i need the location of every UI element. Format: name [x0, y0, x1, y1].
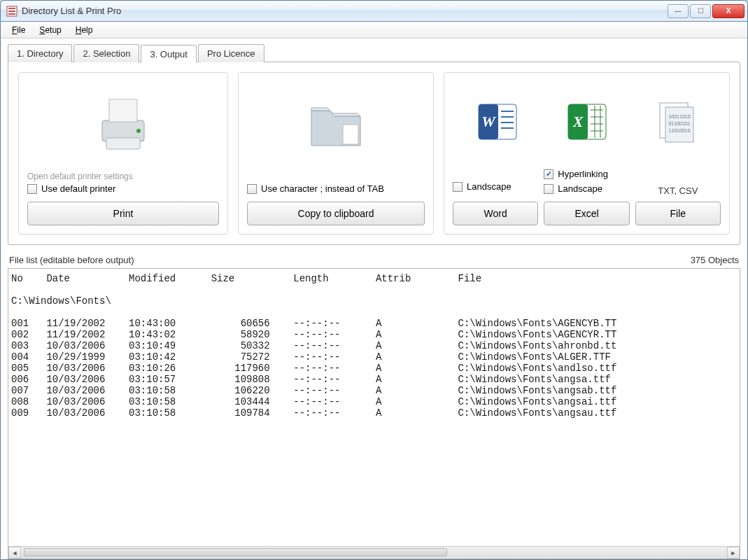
menu-setup[interactable]: Setup [32, 24, 68, 36]
filelist-text[interactable]: No Date Modified Size Length Attrib File… [8, 269, 740, 546]
svg-rect-8 [343, 125, 358, 144]
svg-rect-3 [8, 13, 15, 15]
menu-file[interactable]: File [5, 24, 32, 36]
svg-rect-6 [106, 138, 140, 149]
scroll-right-button[interactable]: ► [727, 547, 740, 559]
folder-icon [247, 80, 425, 169]
maximize-button[interactable]: ☐ [690, 4, 711, 18]
svg-text:W: W [481, 113, 496, 130]
printer-icon [27, 80, 219, 167]
excel-button[interactable]: Excel [544, 202, 629, 225]
word-landscape-label: Landscape [467, 181, 511, 192]
filelist-box: No Date Modified Size Length Attrib File… [8, 268, 740, 559]
filelist-header: File list (editable before output) 375 O… [8, 255, 740, 265]
menu-help[interactable]: Help [69, 24, 100, 36]
export-icons: W X [453, 80, 721, 164]
excel-landscape-row[interactable]: Landscape [544, 183, 602, 194]
print-button[interactable]: Print [27, 202, 219, 225]
tab-output[interactable]: 3. Output [141, 45, 196, 63]
open-printer-settings-link[interactable]: Open default printer settings [27, 172, 219, 181]
use-semicolon-row[interactable]: Use character ; instead of TAB [247, 183, 425, 194]
use-semicolon-checkbox[interactable] [247, 184, 257, 194]
content-area: 1. Directory 2. Selection 3. Output Pro … [1, 38, 747, 559]
file-button[interactable]: File [635, 202, 721, 225]
use-default-printer-row[interactable]: Use default printer [27, 183, 219, 194]
copy-clipboard-button[interactable]: Copy to clipboard [247, 202, 425, 225]
excel-landscape-label: Landscape [558, 183, 602, 194]
word-landscape-checkbox[interactable] [453, 182, 463, 192]
word-icon: W [453, 97, 542, 146]
scroll-left-button[interactable]: ◄ [8, 547, 21, 559]
clipboard-panel: Use character ; instead of TAB Copy to c… [238, 72, 434, 234]
use-default-printer-checkbox[interactable] [27, 184, 37, 194]
scroll-track[interactable] [21, 547, 727, 559]
filelist-label: File list (editable before output) [9, 255, 134, 265]
svg-rect-5 [109, 99, 137, 122]
word-landscape-row[interactable]: Landscape [453, 181, 511, 192]
excel-hyperlinking-checkbox[interactable] [544, 169, 553, 179]
export-panel: W X [444, 72, 730, 234]
app-icon [6, 6, 17, 17]
titlebar: Directory List & Print Pro — ☐ X [1, 1, 747, 22]
file-formats-label: TXT, CSV [658, 186, 698, 196]
print-panel: Open default printer settings Use defaul… [18, 72, 228, 234]
tab-selection[interactable]: 2. Selection [73, 44, 139, 62]
svg-text:01100101: 01100101 [669, 121, 691, 126]
excel-landscape-checkbox[interactable] [544, 184, 553, 194]
excel-hyperlinking-label: Hyperlinking [558, 169, 608, 179]
svg-rect-2 [8, 10, 15, 12]
export-buttons: Word Excel File [453, 202, 721, 225]
window-title: Directory List & Print Pro [22, 6, 668, 16]
export-options: Landscape Hyperlinking Landscape [453, 167, 721, 196]
svg-text:X: X [572, 113, 584, 130]
scroll-thumb[interactable] [24, 548, 447, 556]
minimize-button[interactable]: — [668, 4, 689, 18]
use-semicolon-label: Use character ; instead of TAB [261, 183, 384, 194]
use-default-printer-label: Use default printer [41, 183, 115, 194]
file-icon: 10011010 01100101 11010010 [631, 97, 721, 146]
menubar: File Setup Help [1, 22, 747, 38]
close-button[interactable]: X [712, 4, 745, 18]
app-window: Directory List & Print Pro — ☐ X File Se… [0, 0, 748, 560]
word-button[interactable]: Word [453, 202, 538, 225]
excel-hyperlinking-row[interactable]: Hyperlinking [544, 169, 608, 179]
horizontal-scrollbar[interactable]: ◄ ► [8, 546, 740, 559]
excel-icon: X [542, 97, 632, 146]
tab-directory[interactable]: 1. Directory [8, 44, 72, 62]
svg-point-7 [136, 129, 141, 133]
svg-text:11010010: 11010010 [669, 128, 691, 133]
window-controls: — ☐ X [668, 4, 745, 18]
tab-licence[interactable]: Pro Licence [198, 44, 264, 62]
tab-output-body: Open default printer settings Use defaul… [8, 62, 740, 245]
tab-strip: 1. Directory 2. Selection 3. Output Pro … [8, 44, 740, 62]
svg-text:10011010: 10011010 [669, 114, 691, 119]
svg-rect-1 [8, 8, 15, 9]
filelist-count: 375 Objects [691, 255, 739, 265]
